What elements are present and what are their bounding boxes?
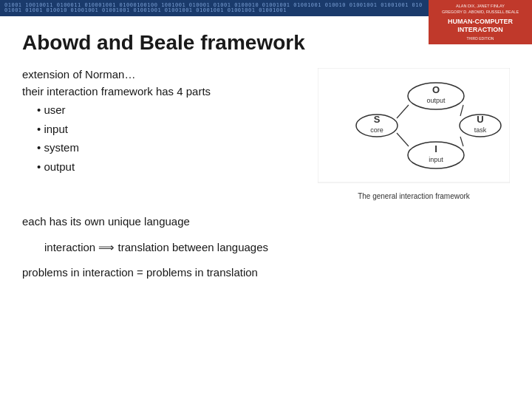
- text-block: extension of Norman… their interaction f…: [22, 68, 303, 176]
- content-section: extension of Norman… their interaction f…: [22, 68, 510, 200]
- list-item: input: [37, 120, 303, 139]
- logo-authors: ALAN DIX, JANET FINLAY GREGORY D. ABOWD,…: [442, 4, 519, 15]
- list-item: system: [37, 138, 303, 157]
- section-interaction-translation: interaction ⟹ translation between langua…: [22, 239, 510, 256]
- diagram-caption: The general interaction framework: [318, 192, 510, 200]
- section-problems: problems in interaction = problems in tr…: [22, 265, 510, 282]
- svg-text:O: O: [432, 84, 440, 95]
- svg-text:core: core: [370, 126, 383, 134]
- svg-text:U: U: [477, 114, 483, 125]
- bullet-list: user input system output: [22, 100, 303, 176]
- main-content: Abowd and Beale framework extension of N…: [0, 16, 532, 399]
- svg-text:input: input: [429, 156, 443, 163]
- svg-text:output: output: [426, 97, 446, 104]
- svg-text:task: task: [474, 126, 487, 134]
- banner-text: 01001 10010011 0100011 010001001 0100010…: [4, 3, 424, 13]
- page-title: Abowd and Beale framework: [22, 31, 510, 55]
- svg-text:I: I: [434, 143, 437, 154]
- section-each-language: each has its own unique language: [22, 214, 510, 231]
- list-item: user: [37, 100, 303, 120]
- diagram-area: O output S core U task I input: [318, 68, 510, 200]
- framework-intro: their interaction framework has 4 parts: [22, 85, 303, 98]
- svg-text:S: S: [374, 114, 381, 125]
- subtitle: extension of Norman…: [22, 68, 303, 81]
- top-banner: 01001 10010011 0100011 010001001 0100010…: [0, 0, 429, 16]
- list-item: output: [37, 157, 303, 177]
- interaction-diagram: O output S core U task I input: [318, 68, 510, 186]
